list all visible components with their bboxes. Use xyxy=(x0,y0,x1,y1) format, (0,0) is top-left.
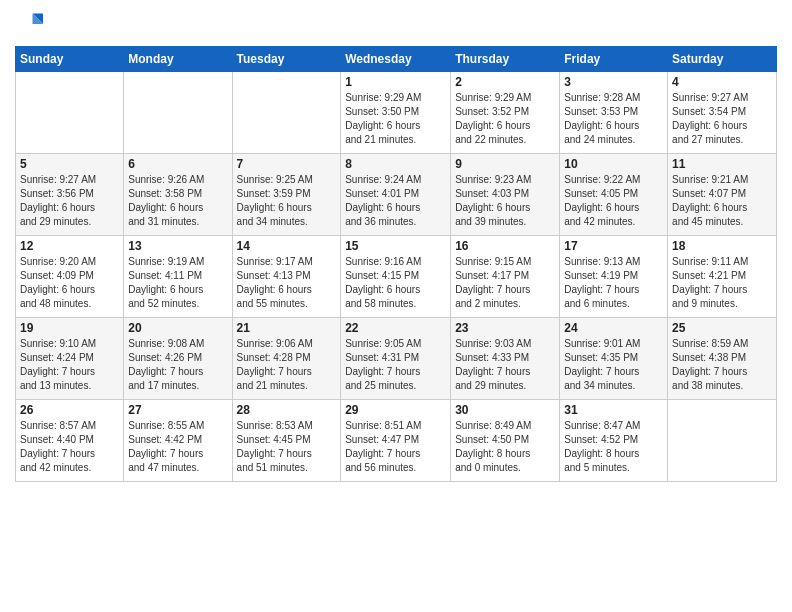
day-number: 6 xyxy=(128,157,227,171)
day-info: Sunrise: 8:55 AM Sunset: 4:42 PM Dayligh… xyxy=(128,419,227,475)
calendar-table: SundayMondayTuesdayWednesdayThursdayFrid… xyxy=(15,46,777,482)
calendar-cell: 28Sunrise: 8:53 AM Sunset: 4:45 PM Dayli… xyxy=(232,400,341,482)
calendar-cell: 15Sunrise: 9:16 AM Sunset: 4:15 PM Dayli… xyxy=(341,236,451,318)
calendar-cell: 7Sunrise: 9:25 AM Sunset: 3:59 PM Daylig… xyxy=(232,154,341,236)
day-info: Sunrise: 9:13 AM Sunset: 4:19 PM Dayligh… xyxy=(564,255,663,311)
day-info: Sunrise: 9:25 AM Sunset: 3:59 PM Dayligh… xyxy=(237,173,337,229)
calendar-cell: 1Sunrise: 9:29 AM Sunset: 3:50 PM Daylig… xyxy=(341,72,451,154)
day-info: Sunrise: 9:29 AM Sunset: 3:52 PM Dayligh… xyxy=(455,91,555,147)
calendar-cell: 29Sunrise: 8:51 AM Sunset: 4:47 PM Dayli… xyxy=(341,400,451,482)
day-number: 5 xyxy=(20,157,119,171)
day-number: 13 xyxy=(128,239,227,253)
day-info: Sunrise: 9:11 AM Sunset: 4:21 PM Dayligh… xyxy=(672,255,772,311)
day-info: Sunrise: 9:15 AM Sunset: 4:17 PM Dayligh… xyxy=(455,255,555,311)
day-number: 14 xyxy=(237,239,337,253)
calendar-cell: 18Sunrise: 9:11 AM Sunset: 4:21 PM Dayli… xyxy=(668,236,777,318)
calendar-cell: 25Sunrise: 8:59 AM Sunset: 4:38 PM Dayli… xyxy=(668,318,777,400)
day-number: 7 xyxy=(237,157,337,171)
calendar-cell: 20Sunrise: 9:08 AM Sunset: 4:26 PM Dayli… xyxy=(124,318,232,400)
calendar-cell: 11Sunrise: 9:21 AM Sunset: 4:07 PM Dayli… xyxy=(668,154,777,236)
calendar-cell: 13Sunrise: 9:19 AM Sunset: 4:11 PM Dayli… xyxy=(124,236,232,318)
calendar-week-0: 1Sunrise: 9:29 AM Sunset: 3:50 PM Daylig… xyxy=(16,72,777,154)
calendar-cell: 31Sunrise: 8:47 AM Sunset: 4:52 PM Dayli… xyxy=(560,400,668,482)
calendar-cell: 14Sunrise: 9:17 AM Sunset: 4:13 PM Dayli… xyxy=(232,236,341,318)
calendar-cell: 26Sunrise: 8:57 AM Sunset: 4:40 PM Dayli… xyxy=(16,400,124,482)
day-number: 20 xyxy=(128,321,227,335)
calendar-cell: 19Sunrise: 9:10 AM Sunset: 4:24 PM Dayli… xyxy=(16,318,124,400)
calendar-cell: 10Sunrise: 9:22 AM Sunset: 4:05 PM Dayli… xyxy=(560,154,668,236)
day-info: Sunrise: 9:19 AM Sunset: 4:11 PM Dayligh… xyxy=(128,255,227,311)
calendar-cell: 24Sunrise: 9:01 AM Sunset: 4:35 PM Dayli… xyxy=(560,318,668,400)
day-info: Sunrise: 9:27 AM Sunset: 3:54 PM Dayligh… xyxy=(672,91,772,147)
day-info: Sunrise: 9:05 AM Sunset: 4:31 PM Dayligh… xyxy=(345,337,446,393)
calendar-header-friday: Friday xyxy=(560,47,668,72)
calendar-week-1: 5Sunrise: 9:27 AM Sunset: 3:56 PM Daylig… xyxy=(16,154,777,236)
day-number: 24 xyxy=(564,321,663,335)
day-number: 27 xyxy=(128,403,227,417)
day-number: 2 xyxy=(455,75,555,89)
calendar-cell: 3Sunrise: 9:28 AM Sunset: 3:53 PM Daylig… xyxy=(560,72,668,154)
day-info: Sunrise: 9:10 AM Sunset: 4:24 PM Dayligh… xyxy=(20,337,119,393)
day-number: 3 xyxy=(564,75,663,89)
calendar-cell: 21Sunrise: 9:06 AM Sunset: 4:28 PM Dayli… xyxy=(232,318,341,400)
calendar-header-sunday: Sunday xyxy=(16,47,124,72)
calendar-cell xyxy=(232,72,341,154)
calendar-header-monday: Monday xyxy=(124,47,232,72)
day-number: 10 xyxy=(564,157,663,171)
day-info: Sunrise: 9:23 AM Sunset: 4:03 PM Dayligh… xyxy=(455,173,555,229)
day-number: 30 xyxy=(455,403,555,417)
day-number: 16 xyxy=(455,239,555,253)
day-info: Sunrise: 9:26 AM Sunset: 3:58 PM Dayligh… xyxy=(128,173,227,229)
calendar-cell: 6Sunrise: 9:26 AM Sunset: 3:58 PM Daylig… xyxy=(124,154,232,236)
day-number: 19 xyxy=(20,321,119,335)
calendar-cell: 8Sunrise: 9:24 AM Sunset: 4:01 PM Daylig… xyxy=(341,154,451,236)
day-number: 29 xyxy=(345,403,446,417)
day-info: Sunrise: 8:47 AM Sunset: 4:52 PM Dayligh… xyxy=(564,419,663,475)
day-number: 4 xyxy=(672,75,772,89)
header xyxy=(15,10,777,38)
calendar-cell: 30Sunrise: 8:49 AM Sunset: 4:50 PM Dayli… xyxy=(451,400,560,482)
day-info: Sunrise: 9:16 AM Sunset: 4:15 PM Dayligh… xyxy=(345,255,446,311)
day-info: Sunrise: 9:08 AM Sunset: 4:26 PM Dayligh… xyxy=(128,337,227,393)
day-info: Sunrise: 9:27 AM Sunset: 3:56 PM Dayligh… xyxy=(20,173,119,229)
day-number: 23 xyxy=(455,321,555,335)
day-number: 8 xyxy=(345,157,446,171)
calendar-header-wednesday: Wednesday xyxy=(341,47,451,72)
calendar-cell: 17Sunrise: 9:13 AM Sunset: 4:19 PM Dayli… xyxy=(560,236,668,318)
calendar-cell: 5Sunrise: 9:27 AM Sunset: 3:56 PM Daylig… xyxy=(16,154,124,236)
calendar-cell xyxy=(668,400,777,482)
day-info: Sunrise: 9:20 AM Sunset: 4:09 PM Dayligh… xyxy=(20,255,119,311)
day-number: 17 xyxy=(564,239,663,253)
day-number: 22 xyxy=(345,321,446,335)
day-info: Sunrise: 8:59 AM Sunset: 4:38 PM Dayligh… xyxy=(672,337,772,393)
calendar-cell: 23Sunrise: 9:03 AM Sunset: 4:33 PM Dayli… xyxy=(451,318,560,400)
day-number: 18 xyxy=(672,239,772,253)
day-info: Sunrise: 9:28 AM Sunset: 3:53 PM Dayligh… xyxy=(564,91,663,147)
calendar-week-3: 19Sunrise: 9:10 AM Sunset: 4:24 PM Dayli… xyxy=(16,318,777,400)
calendar-cell: 16Sunrise: 9:15 AM Sunset: 4:17 PM Dayli… xyxy=(451,236,560,318)
day-number: 12 xyxy=(20,239,119,253)
day-number: 1 xyxy=(345,75,446,89)
day-info: Sunrise: 9:22 AM Sunset: 4:05 PM Dayligh… xyxy=(564,173,663,229)
day-info: Sunrise: 9:06 AM Sunset: 4:28 PM Dayligh… xyxy=(237,337,337,393)
day-number: 9 xyxy=(455,157,555,171)
logo-icon xyxy=(15,10,43,38)
calendar-header-thursday: Thursday xyxy=(451,47,560,72)
day-info: Sunrise: 9:01 AM Sunset: 4:35 PM Dayligh… xyxy=(564,337,663,393)
day-info: Sunrise: 9:29 AM Sunset: 3:50 PM Dayligh… xyxy=(345,91,446,147)
logo xyxy=(15,10,47,38)
day-number: 21 xyxy=(237,321,337,335)
day-number: 15 xyxy=(345,239,446,253)
day-number: 25 xyxy=(672,321,772,335)
calendar-cell xyxy=(16,72,124,154)
day-number: 28 xyxy=(237,403,337,417)
calendar-cell: 2Sunrise: 9:29 AM Sunset: 3:52 PM Daylig… xyxy=(451,72,560,154)
day-info: Sunrise: 9:17 AM Sunset: 4:13 PM Dayligh… xyxy=(237,255,337,311)
calendar-cell: 9Sunrise: 9:23 AM Sunset: 4:03 PM Daylig… xyxy=(451,154,560,236)
calendar-week-4: 26Sunrise: 8:57 AM Sunset: 4:40 PM Dayli… xyxy=(16,400,777,482)
day-info: Sunrise: 8:49 AM Sunset: 4:50 PM Dayligh… xyxy=(455,419,555,475)
calendar-week-2: 12Sunrise: 9:20 AM Sunset: 4:09 PM Dayli… xyxy=(16,236,777,318)
day-number: 11 xyxy=(672,157,772,171)
calendar-header-saturday: Saturday xyxy=(668,47,777,72)
day-info: Sunrise: 9:03 AM Sunset: 4:33 PM Dayligh… xyxy=(455,337,555,393)
